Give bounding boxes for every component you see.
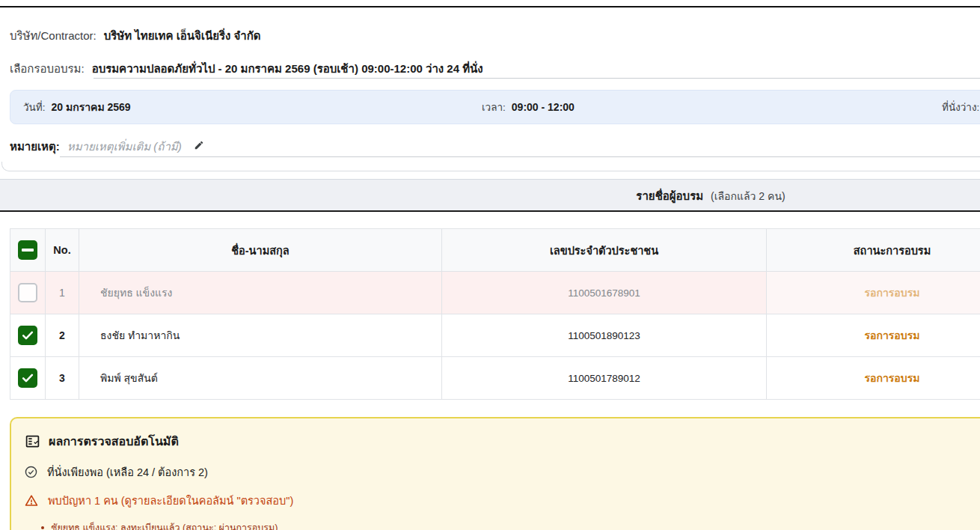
auto-check-title: ผลการตรวจสอบอัตโนมัติ	[49, 432, 179, 451]
session-select-label: เลือกรอบอบรม:	[10, 60, 85, 78]
row-checkbox-checked[interactable]	[18, 368, 37, 388]
id: 1100501678901	[442, 272, 767, 314]
attendee-table: No. ชื่อ-นามสกุล เลขประจำตัวประชาชน สถาน…	[10, 228, 980, 400]
notes-label: หมายเหตุ:	[10, 138, 60, 156]
col-header-name: ชื่อ-นามสกุล	[79, 229, 442, 272]
notes-input[interactable]: หมายเหตุเพิ่มเติม (ถ้ามี)	[67, 138, 182, 156]
session-time-value: 09:00 - 12:00	[512, 101, 575, 113]
no: 1	[46, 272, 79, 314]
attendee-list-title: รายชื่อผู้อบรม	[636, 187, 703, 205]
contractor-value: บริษัท ไทยเทค เอ็นจิเนียริ่ง จำกัด	[104, 27, 261, 45]
row-checkbox-unchecked[interactable]	[18, 283, 37, 302]
table-row: 3พิมพ์ สุขสันต์1100501789012รอการอบรม	[10, 357, 980, 400]
status: รอการอบรม	[767, 357, 980, 400]
name: ธงชัย ทำมาหากิน	[79, 314, 442, 357]
no: 3	[46, 357, 79, 400]
top-divider	[0, 6, 980, 7]
attendee-list-header: รายชื่อผู้อบรม (เลือกแล้ว 2 คน)	[0, 179, 980, 212]
status: รอการอบรม	[767, 272, 980, 314]
session-select-field[interactable]: เลือกรอบอบรม: อบรมความปลอดภัยทั่วไป - 20…	[10, 60, 483, 78]
session-seats-label: ที่นั่งว่าง:	[942, 99, 979, 115]
attendee-selected-count: (เลือกแล้ว 2 คน)	[711, 188, 785, 204]
seats-ok-line: ที่นั่งเพียงพอ (เหลือ 24 / ต้องการ 2)	[25, 463, 980, 481]
auto-check-panel: ผลการตรวจสอบอัตโนมัติ ที่นั่งเพียงพอ (เห…	[10, 417, 980, 530]
table-row: 1ชัยยุทธ แข็งแรง1100501678901รอการอบรม	[10, 272, 980, 314]
table-header-row: No. ชื่อ-นามสกุล เลขประจำตัวประชาชน สถาน…	[10, 229, 980, 272]
contractor-field: บริษัท/Contractor: บริษัท ไทยเทค เอ็นจิเ…	[10, 27, 261, 45]
row-checkbox-cell	[10, 357, 46, 400]
row-checkbox-checked[interactable]	[18, 326, 37, 345]
notes-field[interactable]: หมายเหตุ: หมายเหตุเพิ่มเติม (ถ้ามี)	[10, 138, 204, 156]
id: 1100501890123	[442, 314, 767, 357]
session-date-label: วันที่:	[23, 99, 45, 115]
session-select-value[interactable]: อบรมความปลอดภัยทั่วไป - 20 มกราคม 2569 (…	[92, 60, 483, 78]
session-time-label: เวลา:	[482, 99, 506, 115]
bullet-dot	[41, 526, 44, 529]
seats-ok-text: ที่นั่งเพียงพอ (เหลือ 24 / ต้องการ 2)	[47, 463, 208, 481]
issue-text: พบปัญหา 1 คน (ดูรายละเอียดในคอลัมน์ "ตรว…	[48, 492, 293, 509]
col-header-id: เลขประจำตัวประชาชน	[442, 229, 767, 272]
col-header-no: No.	[46, 229, 79, 272]
pencil-icon	[194, 140, 204, 150]
select-all-checkbox-indeterminate[interactable]	[18, 240, 37, 260]
notes-underline	[60, 156, 980, 157]
row-checkbox-cell	[10, 314, 46, 357]
table-row: 2ธงชัย ทำมาหากิน1100501890123รอการอบรม	[10, 314, 980, 357]
status: รอการอบรม	[767, 314, 980, 357]
no: 2	[46, 314, 79, 357]
form-card-bottom-edge	[1, 162, 980, 171]
col-header-status: สถานะการอบรม	[767, 229, 980, 272]
id: 1100501789012	[442, 357, 767, 400]
name: ชัยยุทธ แข็งแรง	[79, 272, 442, 314]
warning-triangle-icon	[25, 494, 38, 508]
contractor-label: บริษัท/Contractor:	[10, 27, 97, 45]
session-time: เวลา: 09:00 - 12:00	[482, 91, 575, 124]
issue-line: พบปัญหา 1 คน (ดูรายละเอียดในคอลัมน์ "ตรว…	[25, 492, 980, 509]
row-checkbox-cell	[10, 272, 46, 314]
fact-check-icon	[25, 433, 40, 449]
select-all-cell	[10, 229, 46, 272]
session-seats: ที่นั่งว่าง:	[942, 91, 979, 124]
session-info-bar: วันที่: 20 มกราคม 2569 เวลา: 09:00 - 12:…	[10, 90, 980, 124]
issue-detail-text: ชัยยุทธ แข็งแรง: ลงทะเบียนแล้ว (สถานะ: ผ…	[51, 520, 278, 530]
name: พิมพ์ สุขสันต์	[79, 357, 442, 400]
issue-detail-item: ชัยยุทธ แข็งแรง: ลงทะเบียนแล้ว (สถานะ: ผ…	[41, 520, 980, 530]
session-date-value: 20 มกราคม 2569	[51, 99, 130, 115]
session-date: วันที่: 20 มกราคม 2569	[23, 91, 131, 124]
session-select-underline	[94, 78, 980, 79]
check-circle-icon	[25, 466, 37, 478]
